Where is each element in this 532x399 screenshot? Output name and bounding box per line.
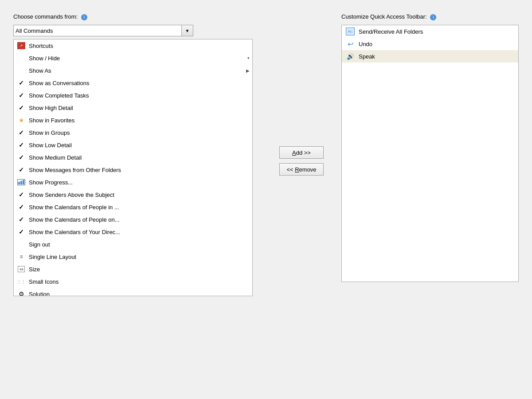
item-label-size: Size xyxy=(29,266,250,273)
item-label-show-favorites: Show in Favorites xyxy=(29,117,250,124)
left-panel: Choose commands from: i All CommandsPopu… xyxy=(13,13,262,296)
item-icon-show-senders: ✓ xyxy=(16,190,26,199)
list-item-show-senders[interactable]: ✓ Show Senders Above the Subject xyxy=(14,188,252,201)
undo-icon: ↩ xyxy=(348,40,353,48)
checkmark-icon: ✓ xyxy=(19,141,24,149)
add-underline: A xyxy=(292,149,296,156)
choose-label: Choose commands from: i xyxy=(13,13,262,20)
item-label-show-progress: Show Progress... xyxy=(29,179,250,186)
commands-dropdown[interactable]: All CommandsPopular CommandsCommands Not… xyxy=(13,25,182,36)
item-icon-show-low-detail: ✓ xyxy=(16,141,26,149)
toolbar-item-send-receive[interactable]: ✉↕ Send/Receive All Folders xyxy=(342,25,518,38)
item-icon-sign-out xyxy=(16,240,26,249)
commands-list: ↗ Shortcuts Show / Hide ▾ Show As ▶ ✓ Sh… xyxy=(14,39,252,296)
toolbar-label-speak: Speak xyxy=(359,53,375,60)
item-icon-show-calendars-on: ✓ xyxy=(16,215,26,224)
commands-list-container[interactable]: ↗ Shortcuts Show / Hide ▾ Show As ▶ ✓ Sh… xyxy=(13,39,253,296)
item-label-show-calendars-dir: Show the Calendars of Your Direc... xyxy=(29,229,250,235)
item-label-shortcuts: Shortcuts xyxy=(29,43,250,49)
choose-info-icon[interactable]: i xyxy=(81,14,87,20)
list-item-sign-out[interactable]: Sign out xyxy=(14,238,252,250)
item-icon-show-messages: ✓ xyxy=(16,165,26,174)
toolbar-label-send-receive: Send/Receive All Folders xyxy=(359,28,423,35)
dropdown-row: All CommandsPopular CommandsCommands Not… xyxy=(13,25,262,36)
checkmark-icon: ✓ xyxy=(19,203,24,211)
list-item-solution[interactable]: ⚙ Solution xyxy=(14,288,252,296)
item-label-small-icons: Small Icons xyxy=(29,278,250,285)
sendreceive-icon: ✉↕ xyxy=(346,27,355,35)
progress-icon xyxy=(17,179,25,185)
checkmark-icon: ✓ xyxy=(19,92,24,99)
item-label-show-low-detail: Show Low Detail xyxy=(29,142,250,149)
item-icon-show-favorites: ★ xyxy=(16,116,26,125)
item-label-show-medium-detail: Show Medium Detail xyxy=(29,154,250,161)
item-icon-solution: ⚙ xyxy=(16,289,26,296)
dropdown-arrow-btn[interactable]: ▼ xyxy=(182,25,193,36)
toolbar-list-container[interactable]: ✉↕ Send/Receive All Folders ↩ Undo 🔊 Spe… xyxy=(341,25,519,282)
list-item-shortcuts[interactable]: ↗ Shortcuts xyxy=(14,39,252,52)
item-icon-show-calendars-dir: ✓ xyxy=(16,227,26,236)
small-icons-icon: ⋮⋮ xyxy=(17,279,26,284)
item-icon-shortcuts: ↗ xyxy=(16,41,26,50)
list-item-show-progress[interactable]: Show Progress... xyxy=(14,176,252,188)
list-item-show-completed[interactable]: ✓ Show Completed Tasks xyxy=(14,89,252,102)
main-container: Choose commands from: i All CommandsPopu… xyxy=(9,9,523,301)
toolbar-label-text: Customize Quick Access Toolbar: xyxy=(341,13,427,20)
item-label-single-line: Single Line Layout xyxy=(29,254,250,260)
list-item-single-line[interactable]: ≡ Single Line Layout xyxy=(14,250,252,263)
checkmark-icon: ✓ xyxy=(19,154,24,161)
item-icon-show-hide xyxy=(16,54,26,63)
list-item-show-medium-detail[interactable]: ✓ Show Medium Detail xyxy=(14,151,252,164)
item-label-solution: Solution xyxy=(29,291,250,297)
checkmark-icon: ✓ xyxy=(19,79,24,86)
list-item-size[interactable]: ⇔ Size xyxy=(14,263,252,275)
item-icon-small-icons: ⋮⋮ xyxy=(16,277,26,286)
add-button[interactable]: Add >> xyxy=(279,146,324,159)
list-item-show-favorites[interactable]: ★ Show in Favorites xyxy=(14,114,252,126)
item-label-show-conversations: Show as Conversations xyxy=(29,80,250,86)
checkmark-icon: ✓ xyxy=(19,166,24,173)
dropdown-indicator-icon: ▾ xyxy=(247,56,250,60)
list-item-show-hide[interactable]: Show / Hide ▾ xyxy=(14,52,252,64)
shortcuts-icon: ↗ xyxy=(17,42,25,49)
list-item-show-low-detail[interactable]: ✓ Show Low Detail xyxy=(14,139,252,151)
list-item-show-calendars-dir[interactable]: ✓ Show the Calendars of Your Direc... xyxy=(14,226,252,238)
list-item-show-calendars-on[interactable]: ✓ Show the Calendars of People on... xyxy=(14,213,252,226)
checkmark-icon: ✓ xyxy=(19,129,24,136)
toolbar-info-icon[interactable]: i xyxy=(430,14,436,20)
item-label-show-calendars-in: Show the Calendars of People in ... xyxy=(29,204,250,211)
toolbar-icon-send-receive: ✉↕ xyxy=(345,27,355,36)
checkmark-icon: ✓ xyxy=(19,228,24,235)
list-item-show-as[interactable]: Show As ▶ xyxy=(14,64,252,77)
toolbar-item-undo[interactable]: ↩ Undo xyxy=(342,38,518,50)
list-item-show-high-detail[interactable]: ✓ Show High Detail xyxy=(14,102,252,114)
checkmark-icon: ✓ xyxy=(19,104,24,111)
list-item-show-groups[interactable]: ✓ Show in Groups xyxy=(14,126,252,139)
item-label-show-groups: Show in Groups xyxy=(29,129,250,136)
submenu-arrow-icon: ▶ xyxy=(246,68,250,73)
toolbar-icon-speak: 🔊 xyxy=(345,52,355,61)
right-panel: Customize Quick Access Toolbar: i ✉↕ Sen… xyxy=(341,13,519,282)
remove-button[interactable]: << Remove xyxy=(279,163,324,176)
item-label-show-messages: Show Messages from Other Folders xyxy=(29,167,250,173)
choose-label-text: Choose commands from: xyxy=(13,13,78,20)
list-item-show-calendars-in[interactable]: ✓ Show the Calendars of People in ... xyxy=(14,201,252,213)
speak-icon: 🔊 xyxy=(347,53,354,60)
item-label-show-as: Show As xyxy=(29,67,246,74)
checkmark-icon: ✓ xyxy=(19,191,24,198)
item-icon-show-progress xyxy=(16,178,26,187)
toolbar-item-speak[interactable]: 🔊 Speak xyxy=(342,50,518,63)
item-label-show-hide: Show / Hide xyxy=(29,55,247,62)
toolbar-list: ✉↕ Send/Receive All Folders ↩ Undo 🔊 Spe… xyxy=(342,25,518,63)
item-icon-show-groups: ✓ xyxy=(16,128,26,137)
solution-icon: ⚙ xyxy=(19,290,24,296)
item-icon-show-high-detail: ✓ xyxy=(16,103,26,112)
list-item-show-conversations[interactable]: ✓ Show as Conversations xyxy=(14,77,252,89)
list-item-show-messages[interactable]: ✓ Show Messages from Other Folders xyxy=(14,164,252,176)
item-label-sign-out: Sign out xyxy=(29,241,250,248)
size-icon: ⇔ xyxy=(18,266,25,272)
item-icon-single-line: ≡ xyxy=(16,252,26,261)
item-icon-show-conversations: ✓ xyxy=(16,78,26,87)
toolbar-icon-undo: ↩ xyxy=(345,39,355,48)
list-item-small-icons[interactable]: ⋮⋮ Small Icons xyxy=(14,275,252,288)
